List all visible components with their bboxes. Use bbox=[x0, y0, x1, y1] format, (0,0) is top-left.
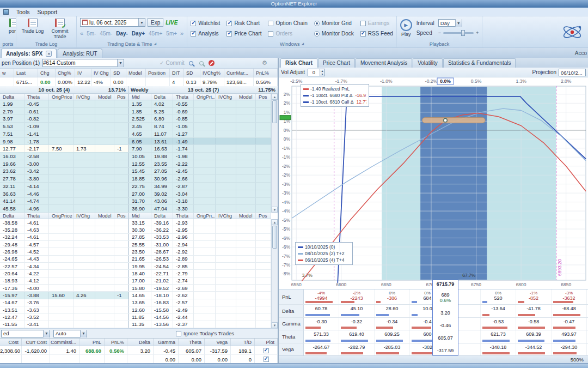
nav-45m[interactable]: 45m+ bbox=[149, 31, 162, 37]
trade-log-button[interactable]: Trade Log bbox=[20, 18, 46, 41]
chain-row[interactable]: -26.98-4.5223.50-28.67-2.92 bbox=[0, 248, 271, 255]
chain-row[interactable]: -14.67-3.7613.65-16.83-2.57 bbox=[0, 299, 271, 306]
plot-checkbox[interactable] bbox=[264, 348, 269, 353]
dialog-launcher-icon[interactable]: ◢ bbox=[154, 41, 156, 47]
chain-row[interactable]: -32.24-4.6127.85-33.53-2.96 bbox=[0, 234, 271, 241]
title-bar[interactable]: OptionNET Explorer bbox=[0, 0, 588, 8]
dialog-launcher-icon[interactable]: ◢ bbox=[301, 41, 304, 47]
view-select[interactable]: ed ▼ bbox=[1, 330, 50, 337]
chain-row[interactable]: -15.97-3.8815.604.26-114.65-18.10-2.62 bbox=[0, 292, 271, 299]
mode-select[interactable]: Auto ▼ bbox=[53, 330, 87, 337]
nav-day[interactable]: Day+ bbox=[132, 31, 145, 37]
tab-risk-chart[interactable]: Risk Chart bbox=[280, 58, 317, 68]
chain-scrollbar[interactable]: ▲ ▼ bbox=[271, 219, 278, 328]
tab-analysis-rut[interactable]: Analysis: RUT bbox=[58, 49, 102, 58]
window-toggle-earnings[interactable]: Earnings bbox=[360, 20, 393, 26]
chain-row[interactable]: 36.63-4.4627.0039.02-3.04 bbox=[0, 190, 271, 198]
window-toggle-risk-chart[interactable]: Risk Chart bbox=[226, 20, 261, 26]
chain-row[interactable]: 3.97-0.822.5256.80-0.85 bbox=[0, 115, 271, 123]
menu-tools[interactable]: Tools bbox=[16, 9, 30, 15]
commit-button[interactable]: ✓ Commit bbox=[160, 60, 185, 66]
tab-volatility[interactable]: Volatility bbox=[413, 58, 443, 68]
nav-45m[interactable]: 45m- bbox=[100, 31, 112, 37]
chain-row[interactable]: 41.14-4.7431.7043.06-3.18 bbox=[0, 198, 271, 206]
menu-support[interactable]: Support bbox=[38, 9, 58, 15]
chain-row[interactable]: -38.58-4.6133.15-39.16-2.93 bbox=[0, 219, 271, 226]
interval-select[interactable]: Day ▼ bbox=[438, 19, 462, 27]
scroll-up-icon[interactable]: ▲ bbox=[272, 219, 278, 225]
scroll-down-icon[interactable]: ▼ bbox=[272, 322, 278, 328]
chain-row[interactable]: 5.53-1.093.458.74-1.05 bbox=[0, 123, 271, 130]
spin-down-icon[interactable]: ▼ bbox=[320, 73, 324, 76]
chain-row[interactable]: -24.65-4.4321.65-26.53-2.89 bbox=[0, 256, 271, 263]
window-toggle-orders[interactable]: Orders bbox=[268, 31, 307, 37]
chain-row[interactable]: 32.11-4.1422.7534.99-2.87 bbox=[0, 183, 271, 190]
window-toggle-option-chain[interactable]: Option Chain bbox=[268, 20, 307, 26]
nav-forward-icon[interactable]: » bbox=[180, 30, 183, 37]
chain-row[interactable]: -13.51-3.6312.60-15.58-2.49 bbox=[0, 306, 271, 313]
scrollbar-thumb[interactable] bbox=[272, 226, 277, 249]
speed-plus-icon[interactable]: + bbox=[476, 30, 479, 35]
speed-slider-handle[interactable] bbox=[461, 30, 465, 36]
commit-trade-button[interactable]: Commit Trade bbox=[47, 18, 73, 41]
speed-minus-icon[interactable]: − bbox=[438, 30, 441, 35]
zoom-out-button[interactable] bbox=[198, 59, 205, 67]
chevron-down-icon[interactable]: ▼ bbox=[43, 330, 50, 337]
strategy-select[interactable]: #614 Custom ▼ bbox=[42, 59, 124, 67]
tab-price-chart[interactable]: Price Chart bbox=[318, 58, 355, 68]
chain-row[interactable]: 1.99-0.451.354.02-0.55 bbox=[0, 100, 271, 108]
stop-button[interactable] bbox=[208, 59, 216, 67]
chain-row[interactable]: 45.58-4.9636.9047.04-3.30 bbox=[0, 205, 271, 213]
chain-row[interactable]: -17.36-4.0015.80-19.52-2.69 bbox=[0, 285, 271, 292]
chain-row[interactable]: -20.64-4.2218.40-22.71-2.79 bbox=[0, 270, 271, 277]
window-toggle-monitor-dock[interactable]: Monitor Dock bbox=[314, 31, 354, 37]
nav-rewind-icon[interactable]: « bbox=[80, 30, 83, 37]
nav-5m[interactable]: 5m- bbox=[87, 31, 96, 37]
chain-row[interactable]: -18.93-4.1217.00-21.02-2.74 bbox=[0, 277, 271, 285]
window-toggle-rss-feed[interactable]: RSS Feed bbox=[360, 31, 393, 37]
plot-checkbox[interactable] bbox=[264, 357, 269, 362]
risk-chart[interactable]: 2%2%1%1%0%0%-1%-1%-2%-2%-3%-3%-4%-4%-5%-… bbox=[279, 77, 588, 289]
speed-slider[interactable] bbox=[443, 32, 474, 34]
chevron-down-icon[interactable]: ▼ bbox=[455, 19, 462, 27]
nav-day[interactable]: Day- bbox=[116, 31, 128, 37]
exp-button[interactable]: Exp bbox=[148, 18, 163, 27]
chain-row[interactable]: -11.55-3.4111.35-13.56-2.37 bbox=[0, 321, 271, 328]
chain-row[interactable]: 12.77-2.177.501.73-17.9016.63-1.74 bbox=[0, 145, 271, 153]
zoom-in-button[interactable] bbox=[187, 59, 195, 67]
chain-row[interactable]: -29.48-4.5725.55-31.00-2.94 bbox=[0, 241, 271, 248]
chain-scrollbar[interactable]: ▲ ▼ bbox=[271, 94, 278, 213]
vol-adjust-stepper[interactable]: 0 ▲▼ bbox=[308, 69, 325, 76]
window-toggle-price-chart[interactable]: Price Chart bbox=[226, 31, 261, 37]
tab-analysis-spx[interactable]: Analysis: SPX × bbox=[1, 49, 57, 58]
chain-row[interactable]: -12.47-3.5211.85-14.56-2.44 bbox=[0, 313, 271, 321]
projection-date-select[interactable]: 06/10/2... bbox=[559, 69, 586, 76]
window-toggle-monitor-grid[interactable]: Monitor Grid bbox=[314, 20, 354, 26]
settings-button[interactable]: ⚙ bbox=[261, 59, 268, 67]
chain-row[interactable]: 7.51-1.414.6511.07-1.27 bbox=[0, 130, 271, 138]
chain-row[interactable]: -22.57-4.3419.95-24.54-2.85 bbox=[0, 263, 271, 270]
trading-date-input[interactable]: lu. 06 oct. 2025 ▼ bbox=[80, 18, 145, 27]
chevron-down-icon[interactable]: ▼ bbox=[80, 330, 87, 337]
scroll-up-icon[interactable]: ▲ bbox=[272, 94, 278, 100]
window-toggle-analysis[interactable]: Analysis bbox=[191, 31, 220, 37]
tab-statistics-fundamentals[interactable]: Statistics & Fundamentals bbox=[443, 58, 516, 68]
window-toggle-watchlist[interactable]: Watchlist bbox=[191, 20, 220, 26]
chain-row[interactable]: 19.66-3.0012.5523.55-2.22 bbox=[0, 160, 271, 168]
nav-5m[interactable]: 5m+ bbox=[166, 31, 177, 37]
chain-row[interactable]: 27.78-3.8018.8530.96-2.66 bbox=[0, 175, 271, 183]
reports-button[interactable]: ports bbox=[1, 18, 16, 41]
close-icon[interactable]: × bbox=[46, 51, 52, 57]
scroll-down-icon[interactable]: ▼ bbox=[272, 207, 278, 213]
ignore-trades-toggle[interactable]: Ignore Today's Trades bbox=[176, 330, 234, 336]
chevron-down-icon[interactable]: ▼ bbox=[138, 19, 145, 26]
chain-row[interactable]: 2.79-0.611.855.25-0.69 bbox=[0, 108, 271, 116]
tab-movement-analysis[interactable]: Movement Analysis bbox=[356, 58, 412, 68]
chain-row[interactable]: 16.03-2.5810.0519.88-1.98 bbox=[0, 153, 271, 160]
chevron-down-icon[interactable]: ▼ bbox=[117, 59, 124, 67]
chain-row[interactable]: -35.28-4.6330.30-36.22-2.95 bbox=[0, 226, 271, 233]
play-button[interactable]: ▶ bbox=[400, 19, 412, 31]
scrollbar-thumb[interactable] bbox=[272, 100, 277, 123]
chain-row[interactable]: 23.62-3.4215.4527.05-2.45 bbox=[0, 168, 271, 176]
chain-row[interactable]: 9.98-1.786.0513.61-1.49 bbox=[0, 138, 271, 146]
